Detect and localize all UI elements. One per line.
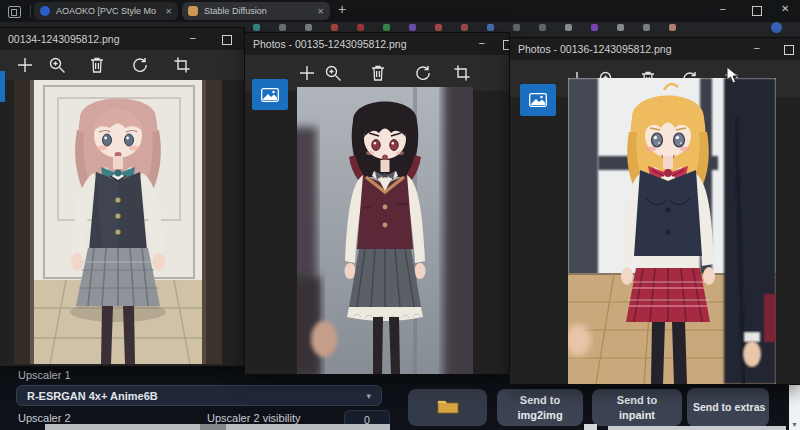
zoom-in-icon[interactable] — [49, 57, 66, 74]
scrollbar-track[interactable] — [608, 426, 786, 430]
horizontal-scrollbar[interactable] — [45, 424, 390, 430]
photos-window-1[interactable]: 00134-1243095812.png – — [0, 28, 244, 366]
tab-title: Stable Diffusion — [204, 6, 267, 16]
bookmark-favicon[interactable] — [305, 24, 312, 31]
open-folder-button[interactable] — [408, 389, 487, 426]
new-tab-button[interactable]: + — [338, 1, 346, 17]
send-to-extras-button[interactable]: Send to extras — [687, 388, 769, 427]
bookmark-favicon[interactable] — [513, 24, 520, 31]
tab-favicon — [188, 6, 198, 16]
generated-image-2 — [297, 87, 473, 374]
crop-icon[interactable] — [454, 65, 470, 81]
photo-icon — [529, 93, 547, 107]
bookmark-favicon[interactable] — [565, 24, 572, 31]
window-title: Photos - 00136-1243095812.png — [518, 43, 672, 55]
bookmark-favicon[interactable] — [357, 24, 364, 31]
upscaler2-visibility-label: Upscaler 2 visibility — [207, 412, 301, 424]
add-icon[interactable] — [17, 57, 33, 73]
bookmark-favicon[interactable] — [253, 24, 260, 31]
tab-close-icon[interactable]: ✕ — [165, 7, 172, 16]
bookmark-favicon[interactable] — [643, 24, 650, 31]
bookmark-favicon[interactable] — [279, 24, 286, 31]
see-all-photos-button[interactable] — [252, 79, 288, 110]
tab-close-icon[interactable]: ✕ — [317, 7, 324, 16]
see-all-photos-button[interactable] — [520, 84, 556, 116]
maximize-button[interactable] — [222, 35, 232, 45]
tab-title: AOAOKO [PVC Style Model] - PV — [56, 6, 156, 16]
window-title: 00134-1243095812.png — [8, 33, 120, 45]
minimize-button[interactable]: – — [720, 3, 726, 14]
rotate-icon[interactable] — [132, 57, 149, 74]
send-to-img2img-button[interactable]: Send to img2img — [497, 389, 583, 426]
bookmark-favicon[interactable] — [331, 24, 338, 31]
minimize-button[interactable]: – — [190, 32, 196, 43]
tab-stack-icon[interactable] — [8, 6, 21, 18]
mouse-cursor — [726, 66, 740, 84]
photos-toolbar — [0, 50, 244, 80]
close-button[interactable]: ✕ — [781, 3, 789, 14]
photos-window-3[interactable]: Photos - 00136-1243095812.png – — [510, 38, 800, 384]
maximize-button[interactable] — [752, 6, 762, 16]
delete-icon[interactable] — [90, 57, 104, 73]
generated-image-1 — [14, 80, 222, 364]
scroll-down-icon[interactable]: ▼ — [791, 421, 798, 428]
upscaler1-dropdown[interactable]: R-ESRGAN 4x+ Anime6B ▾ — [16, 385, 382, 406]
window-title-bar[interactable]: Photos - 00135-1243095812.png – — [245, 33, 509, 55]
chevron-down-icon: ▾ — [366, 391, 371, 401]
vertical-scrollbar[interactable]: ▼ — [789, 384, 800, 430]
bookmark-favicon[interactable] — [669, 24, 676, 31]
bookmark-favicon[interactable] — [617, 24, 624, 31]
window-title-bar[interactable]: 00134-1243095812.png – — [0, 28, 244, 50]
generated-image-3 — [568, 78, 776, 384]
browser-tab-bar: AOAOKO [PVC Style Model] - PV ✕ Stable D… — [0, 0, 800, 22]
minimize-button[interactable]: – — [479, 37, 485, 48]
send-to-inpaint-button[interactable]: Send to inpaint — [592, 389, 682, 426]
photos-toolbar — [245, 55, 509, 91]
upscaler2-label: Upscaler 2 — [18, 412, 71, 424]
photo-icon — [261, 88, 279, 102]
bookmark-favicon[interactable] — [487, 24, 494, 31]
tab-aoaoko[interactable]: AOAOKO [PVC Style Model] - PV ✕ — [34, 2, 178, 20]
minimize-button[interactable]: – — [754, 42, 760, 53]
scrollbar-thumb[interactable] — [200, 424, 226, 430]
bookmark-favicon[interactable] — [771, 22, 782, 33]
delete-icon[interactable] — [371, 65, 385, 81]
see-all-photos-button[interactable] — [0, 71, 5, 102]
zoom-in-icon[interactable] — [325, 65, 342, 82]
bookmark-favicon[interactable] — [383, 24, 390, 31]
rotate-icon[interactable] — [415, 65, 432, 82]
tab-stable-diffusion[interactable]: Stable Diffusion ✕ — [182, 2, 330, 20]
add-icon[interactable] — [299, 65, 315, 81]
divider — [30, 5, 31, 17]
upscaler1-value: R-ESRGAN 4x+ Anime6B — [27, 390, 158, 402]
bookmarks-bar — [232, 20, 800, 34]
screen: AOAOKO [PVC Style Model] - PV ✕ Stable D… — [0, 0, 800, 430]
bookmark-favicon[interactable] — [409, 24, 416, 31]
bookmark-favicon[interactable] — [591, 24, 598, 31]
bookmark-favicon[interactable] — [461, 24, 468, 31]
window-title: Photos - 00135-1243095812.png — [253, 38, 407, 50]
folder-icon — [437, 398, 459, 414]
crop-icon[interactable] — [174, 57, 190, 73]
scrollbar-segment[interactable] — [584, 424, 597, 430]
maximize-button[interactable] — [784, 45, 794, 55]
bookmark-favicon[interactable] — [435, 24, 442, 31]
upscaler1-label: Upscaler 1 — [18, 369, 71, 381]
window-title-bar[interactable]: Photos - 00136-1243095812.png – — [510, 38, 800, 60]
tab-favicon — [40, 6, 50, 16]
bookmark-favicon[interactable] — [539, 24, 546, 31]
photos-window-2[interactable]: Photos - 00135-1243095812.png – — [245, 33, 509, 374]
